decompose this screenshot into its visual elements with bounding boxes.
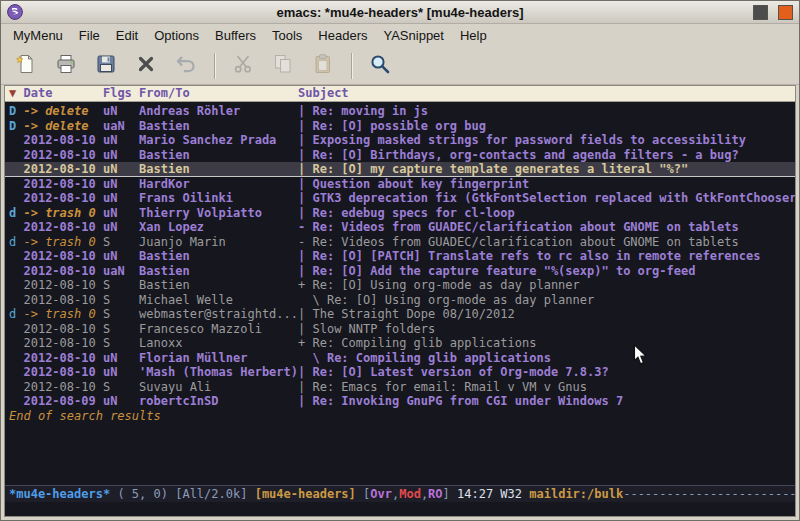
close-button[interactable] (129, 51, 163, 81)
row-date: -> trash 0 (23, 206, 102, 220)
emacs-window: emacs: *mu4e-headers* [mu4e-headers] MyM… (0, 0, 800, 521)
row-mark (9, 249, 23, 263)
row-date: 2012-08-10 (23, 351, 102, 365)
menu-item-edit[interactable]: Edit (108, 25, 146, 46)
modeline-segment: maildir:/bulk (529, 487, 623, 501)
row-subject: Re: [O] possible org bug (312, 119, 485, 133)
undo-button (169, 51, 203, 81)
header-column-fromto[interactable]: From/To (139, 86, 298, 100)
row-mark (9, 220, 23, 234)
modeline-segment: [mu4e-headers] (255, 487, 356, 501)
thread-indicator: | (298, 206, 312, 220)
row-subject: Re: moving in js (312, 104, 428, 118)
message-row[interactable]: 2012-08-10 uN Xan Lopez - Re: Videos fro… (5, 220, 795, 235)
message-row[interactable]: 2012-08-10 S Michael Welle \ Re: [O] Usi… (5, 293, 795, 308)
modeline-segment: W32 (493, 487, 529, 501)
message-row[interactable]: D -> delete uN Andreas Röhler | Re: movi… (5, 104, 795, 119)
editor-frame: ▼ Date Flgs From/To Subject D -> delete … (4, 85, 796, 517)
message-row[interactable]: 2012-08-09 uN robertcInSD | Re: Invoking… (5, 394, 795, 409)
row-mark (9, 351, 23, 365)
message-row[interactable]: D -> delete uaN Bastien | Re: [O] possib… (5, 119, 795, 134)
menu-item-tools[interactable]: Tools (264, 25, 310, 46)
row-mark (9, 394, 23, 408)
row-subject: Re: Compiling glib applications (327, 351, 551, 365)
row-from: 'Mash (Thomas Herbert) (139, 365, 298, 379)
close-button[interactable] (778, 5, 793, 20)
buffer[interactable]: D -> delete uN Andreas Röhler | Re: movi… (5, 102, 795, 485)
row-flags: uN (103, 104, 139, 118)
new-file-button[interactable] (9, 51, 43, 81)
row-subject: Re: [O] Add the capture feature "%(sexp)… (312, 264, 695, 278)
header-column-subject[interactable]: Subject (298, 86, 515, 100)
row-mark (9, 264, 23, 278)
message-row[interactable]: 2012-08-10 S Bastien + Re: [O] Using org… (5, 278, 795, 293)
row-subject: Re: Compiling glib applications (312, 336, 536, 350)
message-row[interactable]: 2012-08-10 uN 'Mash (Thomas Herbert)| Re… (5, 365, 795, 380)
row-subject: Re: [O] Using org-mode as day planner (327, 293, 594, 307)
row-mark: d (9, 235, 23, 249)
thread-indicator: | (298, 104, 312, 118)
message-row[interactable]: d -> trash 0 S Juanjo Marin - Re: Videos… (5, 235, 795, 250)
modeline-segment: ----------------------------------------… (623, 487, 795, 501)
modeline[interactable]: *mu4e-headers* ( 5, 0) [All/2.0k] [mu4e-… (5, 485, 795, 502)
window-title: emacs: *mu4e-headers* [mu4e-headers] (1, 5, 799, 20)
new-file-icon (15, 53, 37, 79)
row-mark (9, 133, 23, 147)
menu-item-options[interactable]: Options (146, 25, 207, 46)
menu-item-headers[interactable]: Headers (310, 25, 375, 46)
menu-item-mymenu[interactable]: MyMenu (5, 25, 71, 46)
row-from: Bastien (139, 162, 298, 176)
header-line: ▼ Date Flgs From/To Subject (5, 86, 795, 102)
message-row[interactable]: 2012-08-10 uN HardKor | Question about k… (5, 177, 795, 192)
print-icon (55, 53, 77, 79)
row-flags: uN (103, 351, 139, 365)
message-row[interactable]: 2012-08-10 uN Mario Sanchez Prada | Expo… (5, 133, 795, 148)
menu-item-yasnippet[interactable]: YASnippet (375, 25, 451, 46)
thread-indicator: | (298, 148, 312, 162)
row-date: 2012-08-10 (23, 133, 102, 147)
menu-item-file[interactable]: File (71, 25, 108, 46)
message-row[interactable]: 2012-08-10 S Lanoxx + Re: Compiling glib… (5, 336, 795, 351)
save-button[interactable] (89, 51, 123, 81)
row-date: 2012-08-10 (23, 162, 102, 176)
thread-indicator: | (298, 365, 312, 379)
row-mark: D (9, 119, 23, 133)
row-mark (9, 162, 23, 176)
message-row[interactable]: 2012-08-10 uaN Bastien | Re: [O] Add the… (5, 264, 795, 279)
paste-button (306, 51, 340, 81)
row-flags: uN (103, 249, 139, 263)
message-row[interactable]: 2012-08-10 S Francesco Mazzoli | Slow NN… (5, 322, 795, 337)
copy-icon (272, 53, 294, 79)
row-subject: Re: edebug specs for cl-loop (312, 206, 514, 220)
modeline-segment: 14:27 (457, 487, 493, 501)
header-column-date[interactable]: Date (23, 86, 102, 100)
thread-indicator: | (298, 249, 312, 263)
row-date: 2012-08-10 (23, 191, 102, 205)
message-row[interactable]: 2012-08-10 uN Bastien | Re: [O] my captu… (5, 162, 795, 177)
titlebar[interactable]: emacs: *mu4e-headers* [mu4e-headers] (1, 1, 799, 24)
message-row[interactable]: d -> trash 0 uN Thierry Volpiatto | Re: … (5, 206, 795, 221)
row-date: 2012-08-10 (23, 177, 102, 191)
row-flags: uN (103, 394, 139, 408)
row-from: Suvayu Ali (139, 380, 298, 394)
row-mark (9, 191, 23, 205)
menu-item-help[interactable]: Help (452, 25, 495, 46)
row-flags: S (103, 293, 139, 307)
row-mark (9, 322, 23, 336)
row-flags: S (103, 278, 139, 292)
search-button[interactable] (363, 51, 397, 81)
message-row[interactable]: 2012-08-10 uN Bastien | Re: [O] Birthday… (5, 148, 795, 163)
row-subject: Question about key fingerprint (312, 177, 529, 191)
row-subject: Exposing masked strings for password fie… (312, 133, 745, 147)
header-column-flgs[interactable]: Flgs (103, 86, 139, 100)
message-row[interactable]: 2012-08-10 uN Florian Müllner \ Re: Comp… (5, 351, 795, 366)
print-button[interactable] (49, 51, 83, 81)
message-row[interactable]: d -> trash 0 S webmaster@straightd...| T… (5, 307, 795, 322)
menu-item-buffers[interactable]: Buffers (207, 25, 264, 46)
message-row[interactable]: 2012-08-10 uN Bastien | Re: [O] [PATCH] … (5, 249, 795, 264)
minimize-button[interactable] (753, 5, 768, 20)
thread-indicator: | (298, 307, 312, 321)
message-row[interactable]: 2012-08-10 S Suvayu Ali | Re: Emacs for … (5, 380, 795, 395)
message-row[interactable]: 2012-08-10 uN Frans Oilinki | GTK3 depre… (5, 191, 795, 206)
row-date: 2012-08-10 (23, 336, 102, 350)
